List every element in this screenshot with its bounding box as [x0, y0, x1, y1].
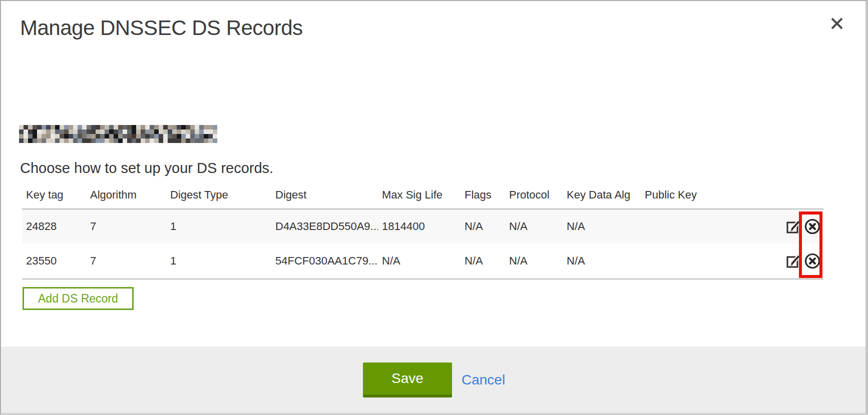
edit-record-button[interactable] [785, 219, 801, 234]
table-row: 24828 7 1 D4A33E8DD550A9... 1814400 N/A … [22, 210, 823, 244]
cell-max-sig-life: 1814400 [378, 220, 461, 233]
table-header-row: Key tag Algorithm Digest Type Digest Max… [22, 182, 823, 208]
edit-icon [785, 219, 801, 234]
cell-key-data-alg: N/A [563, 220, 641, 233]
cell-algorithm: 7 [86, 220, 166, 233]
cell-flags: N/A [461, 220, 505, 233]
redacted-domain [19, 125, 217, 143]
column-header-algorithm: Algorithm [86, 188, 166, 202]
column-header-max-sig-life: Max Sig Life [378, 188, 461, 202]
column-header-digest-type: Digest Type [166, 188, 271, 202]
table-row: 23550 7 1 54FCF030AA1C79... N/A N/A N/A … [22, 244, 823, 278]
cell-actions [767, 252, 823, 270]
column-header-digest: Digest [271, 188, 378, 202]
column-header-key-data-alg: Key Data Alg [563, 188, 641, 202]
delete-record-button[interactable] [804, 252, 821, 270]
cell-digest: 54FCF030AA1C79... [271, 254, 378, 268]
cell-key-tag: 23550 [22, 254, 86, 268]
close-dialog-button[interactable] [828, 15, 845, 32]
edit-record-button[interactable] [785, 254, 801, 269]
cell-flags: N/A [461, 254, 505, 268]
column-header-key-tag: Key tag [22, 188, 86, 202]
column-header-protocol: Protocol [505, 188, 563, 202]
column-header-public-key: Public Key [641, 188, 767, 202]
save-button[interactable]: Save [363, 362, 452, 398]
cell-digest-type: 1 [166, 254, 271, 268]
cell-digest-type: 1 [166, 220, 271, 233]
manage-dnssec-ds-records-dialog: Manage DNSSEC DS Records Choose how to s… [0, 0, 868, 415]
dialog-footer: Save Cancel [1, 346, 865, 413]
delete-record-button[interactable] [804, 218, 821, 235]
cell-max-sig-life: N/A [378, 254, 461, 268]
ds-records-table: Key tag Algorithm Digest Type Digest Max… [22, 182, 823, 280]
cell-protocol: N/A [505, 254, 563, 268]
delete-icon [804, 218, 821, 235]
cell-digest: D4A33E8DD550A9... [271, 220, 378, 233]
intro-text: Choose how to set up your DS records. [20, 160, 273, 176]
cell-protocol: N/A [505, 220, 563, 233]
table-bottom-border [22, 278, 823, 280]
cell-key-tag: 24828 [22, 220, 86, 233]
edit-icon [785, 254, 801, 269]
cell-actions [767, 218, 823, 235]
column-header-flags: Flags [461, 188, 505, 202]
delete-icon [804, 252, 821, 270]
cancel-link[interactable]: Cancel [462, 362, 505, 398]
cell-algorithm: 7 [86, 254, 166, 268]
close-icon [830, 17, 843, 30]
add-ds-record-button[interactable]: Add DS Record [23, 287, 134, 310]
dialog-title: Manage DNSSEC DS Records [20, 16, 303, 40]
cell-key-data-alg: N/A [563, 254, 641, 268]
